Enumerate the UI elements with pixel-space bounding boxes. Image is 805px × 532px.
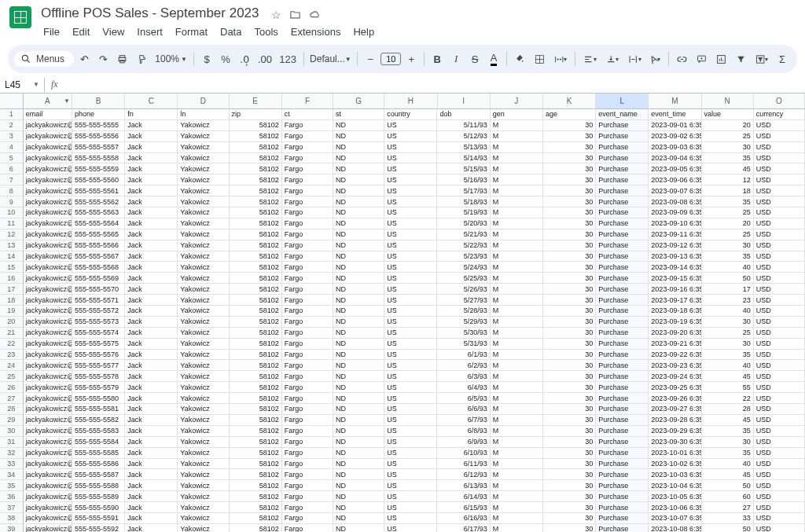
borders-button[interactable] <box>531 50 549 68</box>
cloud-status-icon[interactable] <box>309 9 321 21</box>
cell[interactable]: ND <box>333 262 384 273</box>
cell[interactable]: ND <box>333 350 384 361</box>
currency-button[interactable]: $ <box>198 50 215 68</box>
cell[interactable]: M <box>491 229 543 240</box>
cell[interactable]: Purchase <box>596 218 649 229</box>
cell[interactable]: 2023-09-30 6:35 <box>649 437 701 448</box>
fill-color-button[interactable] <box>511 50 529 68</box>
cell[interactable]: 555-555-5590 <box>72 502 125 513</box>
col-header-I[interactable]: I <box>438 94 491 108</box>
cell[interactable]: 555-555-5555 <box>72 120 125 131</box>
text-wrap-button[interactable]: ▾ <box>624 50 645 68</box>
cell[interactable]: ND <box>333 317 384 328</box>
cell[interactable]: 30 <box>543 142 596 153</box>
cell[interactable]: 555-555-5591 <box>72 513 125 524</box>
cell[interactable]: M <box>491 174 543 185</box>
cell[interactable]: M <box>491 284 543 295</box>
cell[interactable]: 555-555-5572 <box>72 306 125 317</box>
cell[interactable]: 30 <box>702 142 754 153</box>
cell[interactable]: 58102 <box>230 404 282 415</box>
cell[interactable]: Jack <box>125 328 178 339</box>
cell[interactable]: USD <box>754 502 805 513</box>
cell[interactable]: 5/21/93 <box>437 229 490 240</box>
cell[interactable]: Purchase <box>596 163 649 174</box>
cell[interactable]: Fargo <box>282 207 333 218</box>
cell[interactable]: Fargo <box>282 502 333 513</box>
cell[interactable]: 60 <box>702 491 754 502</box>
cell[interactable]: M <box>491 207 543 218</box>
cell[interactable]: USD <box>754 469 805 480</box>
cell[interactable]: 30 <box>543 469 596 480</box>
cell[interactable]: jackyakowicz@g <box>24 196 72 207</box>
cell[interactable]: Purchase <box>596 393 649 404</box>
cell[interactable]: 2023-09-05 6:35 <box>649 163 701 174</box>
cell[interactable]: 2023-09-29 6:35 <box>649 426 701 437</box>
cell[interactable]: USD <box>754 240 805 251</box>
cell[interactable]: 6/3/93 <box>437 371 490 382</box>
col-header-J[interactable]: J <box>491 94 543 108</box>
cell[interactable]: 5/14/93 <box>437 153 490 164</box>
cell[interactable]: Yakowicz <box>178 163 229 174</box>
cell[interactable]: 6/15/93 <box>437 502 490 513</box>
cell[interactable]: Yakowicz <box>178 328 229 339</box>
cell[interactable]: 30 <box>543 207 596 218</box>
cell[interactable]: 58102 <box>230 218 282 229</box>
cell[interactable]: 30 <box>543 382 596 393</box>
cell[interactable]: Yakowicz <box>178 218 229 229</box>
cell[interactable]: Fargo <box>282 262 333 273</box>
cell[interactable]: 2023-09-15 6:35 <box>649 273 701 284</box>
menu-insert[interactable]: Insert <box>131 24 168 40</box>
cell[interactable]: Purchase <box>596 350 649 361</box>
increase-decimal-button[interactable]: .00 <box>255 50 275 68</box>
cell[interactable]: Fargo <box>282 328 333 339</box>
cell[interactable]: Purchase <box>596 328 649 339</box>
cell[interactable]: jackyakowicz@g <box>24 502 72 513</box>
cell[interactable]: 22 <box>702 393 754 404</box>
header-cell[interactable]: phone <box>72 109 125 120</box>
cell[interactable]: 58102 <box>230 491 282 502</box>
cell[interactable]: M <box>491 295 543 306</box>
cell[interactable]: 30 <box>543 218 596 229</box>
cell[interactable]: Jack <box>125 426 178 437</box>
cell[interactable]: M <box>491 262 543 273</box>
cell[interactable]: US <box>384 491 437 502</box>
cell[interactable]: 30 <box>543 502 596 513</box>
cell[interactable]: US <box>384 306 437 317</box>
row-header-6[interactable]: 6 <box>0 163 24 174</box>
cell[interactable]: M <box>491 448 543 459</box>
cell[interactable]: 5/25/93 <box>437 273 490 284</box>
cell[interactable]: M <box>491 404 543 415</box>
cell[interactable]: 30 <box>543 163 596 174</box>
cell[interactable]: jackyakowicz@g <box>24 339 72 350</box>
cell[interactable]: 5/20/93 <box>437 218 490 229</box>
cell[interactable]: Purchase <box>596 284 649 295</box>
cell[interactable]: 17 <box>702 284 754 295</box>
cell[interactable]: Purchase <box>596 502 649 513</box>
cell[interactable]: ND <box>333 306 384 317</box>
cell[interactable]: Jack <box>125 142 178 153</box>
cell[interactable]: USD <box>754 295 805 306</box>
cell[interactable]: Jack <box>125 251 178 262</box>
cell[interactable]: US <box>384 469 437 480</box>
cell[interactable]: M <box>491 459 543 470</box>
cell[interactable]: 2023-09-20 6:35 <box>649 328 701 339</box>
cell[interactable]: M <box>491 328 543 339</box>
cell[interactable]: M <box>491 317 543 328</box>
row-header-12[interactable]: 12 <box>0 229 24 240</box>
cell[interactable]: M <box>491 185 543 196</box>
cell[interactable]: 45 <box>702 469 754 480</box>
cell[interactable]: Fargo <box>282 404 333 415</box>
cell[interactable]: 555-555-5578 <box>72 371 125 382</box>
cell[interactable]: 30 <box>543 426 596 437</box>
cell[interactable]: USD <box>754 524 805 532</box>
cell[interactable]: 30 <box>543 360 596 371</box>
cell[interactable]: ND <box>333 404 384 415</box>
cell[interactable]: 30 <box>543 262 596 273</box>
row-header-10[interactable]: 10 <box>0 207 24 218</box>
cell[interactable]: USD <box>754 437 805 448</box>
cell[interactable]: US <box>384 382 437 393</box>
cell[interactable]: 2023-09-21 6:35 <box>649 339 701 350</box>
cell[interactable]: Jack <box>125 284 178 295</box>
cell[interactable]: jackyakowicz@g <box>24 284 72 295</box>
cell[interactable]: 2023-09-27 6:35 <box>649 404 701 415</box>
